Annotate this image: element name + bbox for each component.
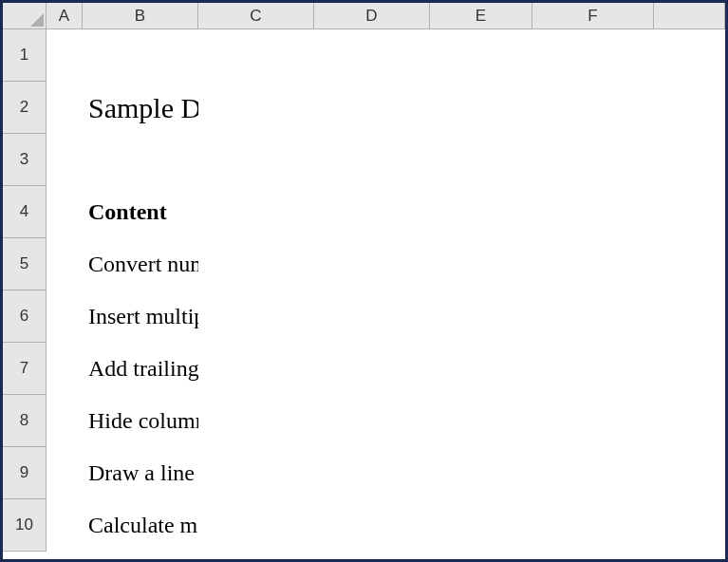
cell-G4[interactable] [654,186,725,238]
row-header-10[interactable]: 10 [3,499,47,552]
cell-E7[interactable] [430,343,532,395]
cell-D10[interactable] [314,499,430,552]
cell-B8[interactable]: Hide columns in excel with password [83,395,198,447]
cell-B3[interactable] [83,134,198,186]
cell-A7[interactable] [47,343,83,395]
spreadsheet-frame: A B C D E F 1 2 Sample Data Set 3 [0,0,728,562]
cell-G1[interactable] [654,29,725,82]
cell-E3[interactable] [430,134,532,186]
cell-G10[interactable] [654,499,725,552]
row-header-5[interactable]: 5 [3,238,47,290]
column-header-C[interactable]: C [198,3,314,29]
cell-A1[interactable] [47,29,83,82]
cell-D4[interactable] [314,186,430,238]
cell-G3[interactable] [654,134,725,186]
column-header-A[interactable]: A [47,3,83,29]
cell-E10[interactable] [430,499,532,552]
select-all-icon [30,13,44,27]
cell-B5[interactable]: Convert number to words in excel in rupe… [83,238,198,290]
cell-B10[interactable]: Calculate monthly mortgage payment in ex… [83,499,198,552]
cell-B7[interactable]: Add trailing zeros in excel [83,343,198,395]
cell-C6[interactable] [198,290,314,343]
row-header-3[interactable]: 3 [3,134,47,186]
cell-B6[interactable]: Insert multiple page breaks in excel [83,290,198,343]
cell-G8[interactable] [654,395,725,447]
cell-A9[interactable] [47,447,83,499]
cell-G2[interactable] [654,82,725,134]
row-header-1[interactable]: 1 [3,29,47,82]
cell-F6[interactable] [532,290,654,343]
cell-F1[interactable] [532,29,654,82]
cell-E5[interactable] [430,238,532,290]
column-header-extra[interactable] [654,3,725,29]
cell-A5[interactable] [47,238,83,290]
cell-B1[interactable] [83,29,198,82]
column-header-E[interactable]: E [430,3,532,29]
cell-C3[interactable] [198,134,314,186]
cell-G6[interactable] [654,290,725,343]
cell-C10[interactable] [198,499,314,552]
cell-B9[interactable]: Draw a line through text in excel [83,447,198,499]
cell-E6[interactable] [430,290,532,343]
row-header-4[interactable]: 4 [3,186,47,238]
cell-F7[interactable] [532,343,654,395]
cell-A3[interactable] [47,134,83,186]
cell-A8[interactable] [47,395,83,447]
column-header-F[interactable]: F [532,3,654,29]
cell-D8[interactable] [314,395,430,447]
cell-F8[interactable] [532,395,654,447]
cell-D9[interactable] [314,447,430,499]
row-header-6[interactable]: 6 [3,290,47,343]
select-all-corner[interactable] [3,3,47,29]
cell-E8[interactable] [430,395,532,447]
cell-D1[interactable] [314,29,430,82]
cell-G9[interactable] [654,447,725,499]
column-header-D[interactable]: D [314,3,430,29]
cell-F5[interactable] [532,238,654,290]
cell-F9[interactable] [532,447,654,499]
cell-A2[interactable] [47,82,83,134]
cell-E1[interactable] [430,29,532,82]
cell-E9[interactable] [430,447,532,499]
cell-D5[interactable] [314,238,430,290]
row-header-8[interactable]: 8 [3,395,47,447]
cell-D6[interactable] [314,290,430,343]
cell-E4[interactable] [430,186,532,238]
cell-C2[interactable] [198,82,314,134]
cell-E2[interactable] [430,82,532,134]
cell-C1[interactable] [198,29,314,82]
cell-F4[interactable] [532,186,654,238]
cell-G5[interactable] [654,238,725,290]
row-header-2[interactable]: 2 [3,82,47,134]
cell-D7[interactable] [314,343,430,395]
cell-A6[interactable] [47,290,83,343]
row-header-7[interactable]: 7 [3,343,47,395]
cell-B2[interactable]: Sample Data Set [83,82,198,134]
column-header-B[interactable]: B [83,3,198,29]
spreadsheet-grid: A B C D E F 1 2 Sample Data Set 3 [3,3,725,552]
cell-C7[interactable] [198,343,314,395]
cell-C5[interactable] [198,238,314,290]
cell-F10[interactable] [532,499,654,552]
cell-B4[interactable]: Content [83,186,198,238]
cell-C8[interactable] [198,395,314,447]
cell-A10[interactable] [47,499,83,552]
cell-F3[interactable] [532,134,654,186]
cell-C9[interactable] [198,447,314,499]
cell-G7[interactable] [654,343,725,395]
cell-D2[interactable] [314,82,430,134]
cell-F2[interactable] [532,82,654,134]
cell-A4[interactable] [47,186,83,238]
cell-D3[interactable] [314,134,430,186]
cell-C4[interactable] [198,186,314,238]
row-header-9[interactable]: 9 [3,447,47,499]
